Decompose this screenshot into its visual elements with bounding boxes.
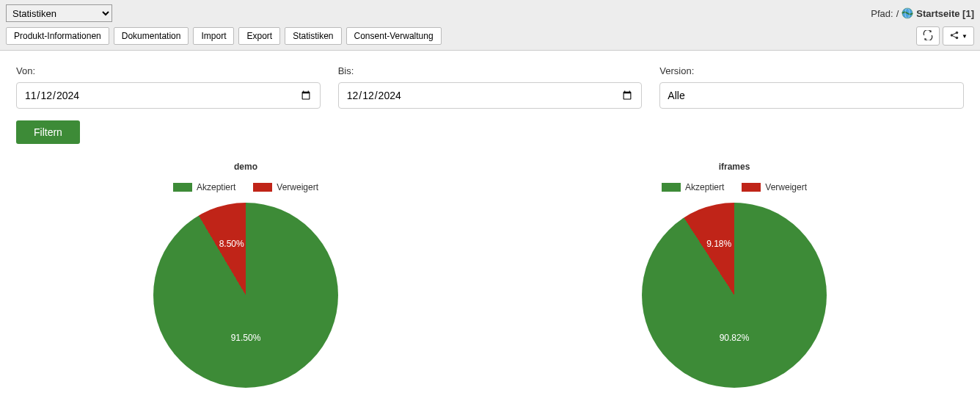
legend-swatch-rejected — [253, 183, 272, 192]
pie-label-rejected: 8.50% — [219, 239, 244, 249]
tab-statistiken[interactable]: Statistiken — [285, 27, 341, 45]
breadcrumb-sep: / — [896, 8, 899, 19]
von-label: Von: — [16, 65, 321, 76]
von-input[interactable] — [16, 82, 321, 109]
chart-demo: demo Akzeptiert Verweigert 91.50%8.50% — [16, 162, 475, 388]
legend-accepted[interactable]: Akzeptiert — [173, 182, 235, 192]
legend-accepted[interactable]: Akzeptiert — [662, 182, 724, 192]
charts: demo Akzeptiert Verweigert 91.50%8.50% i… — [16, 162, 964, 388]
legend-accepted-label: Akzeptiert — [685, 182, 724, 192]
tab-export[interactable]: Export — [238, 27, 280, 45]
icon-buttons: ▼ — [916, 26, 974, 46]
refresh-button[interactable] — [916, 26, 940, 46]
legend-accepted-label: Akzeptiert — [197, 182, 235, 192]
legend-swatch-accepted — [173, 183, 192, 192]
topbar: Statistiken Pfad: / Startseite [1] Produ… — [0, 0, 980, 51]
chart-title: iframes — [719, 162, 750, 172]
pie-label-accepted: 90.82% — [720, 333, 750, 343]
legend-rejected-label: Verweigert — [765, 182, 807, 192]
version-input[interactable] — [659, 82, 964, 109]
legend-rejected-label: Verweigert — [277, 182, 318, 192]
bis-input[interactable] — [338, 82, 643, 109]
legend: Akzeptiert Verweigert — [662, 182, 807, 192]
filter-bis: Bis: — [338, 65, 643, 109]
tab-consent-verwaltung[interactable]: Consent-Verwaltung — [346, 27, 442, 45]
chart-title: demo — [234, 162, 257, 172]
page-select[interactable]: Statistiken — [6, 4, 112, 22]
breadcrumb-prefix: Pfad: — [871, 8, 893, 19]
filter-version: Version: — [659, 65, 964, 109]
filter-button[interactable]: Filtern — [16, 120, 80, 144]
globe-icon — [902, 7, 913, 19]
legend-swatch-accepted — [662, 183, 681, 192]
tab-dokumentation[interactable]: Dokumentation — [114, 27, 189, 45]
refresh-icon — [923, 30, 933, 43]
legend-swatch-rejected — [742, 183, 761, 192]
bis-label: Bis: — [338, 65, 643, 76]
tab-import[interactable]: Import — [193, 27, 234, 45]
share-icon — [949, 30, 959, 43]
legend-rejected[interactable]: Verweigert — [253, 182, 318, 192]
breadcrumb: Pfad: / Startseite [1] — [871, 7, 974, 19]
share-button[interactable]: ▼ — [943, 26, 974, 46]
version-label: Version: — [659, 65, 964, 76]
pie-wrap: 90.82%9.18% — [642, 203, 827, 388]
pie-chart — [642, 203, 827, 388]
pie-label-accepted: 91.50% — [231, 333, 261, 343]
filter-row: Von: Bis: Version: — [16, 65, 964, 109]
content: Von: Bis: Version: Filtern demo Akzeptie… — [0, 51, 980, 402]
chart-iframes: iframes Akzeptiert Verweigert 90.82%9.18… — [505, 162, 964, 388]
caret-down-icon: ▼ — [962, 33, 968, 40]
tab-produkt-informationen[interactable]: Produkt-Informationen — [6, 27, 109, 45]
pie-wrap: 91.50%8.50% — [153, 203, 338, 388]
pie-label-rejected: 9.18% — [706, 239, 731, 249]
legend: Akzeptiert Verweigert — [173, 182, 318, 192]
svg-point-4 — [956, 31, 959, 34]
legend-rejected[interactable]: Verweigert — [742, 182, 807, 192]
pie-chart — [153, 203, 338, 388]
tabs: Produkt-Informationen Dokumentation Impo… — [6, 27, 442, 45]
filter-von: Von: — [16, 65, 321, 109]
svg-point-5 — [956, 36, 959, 39]
breadcrumb-page[interactable]: Startseite [1] — [916, 8, 974, 19]
